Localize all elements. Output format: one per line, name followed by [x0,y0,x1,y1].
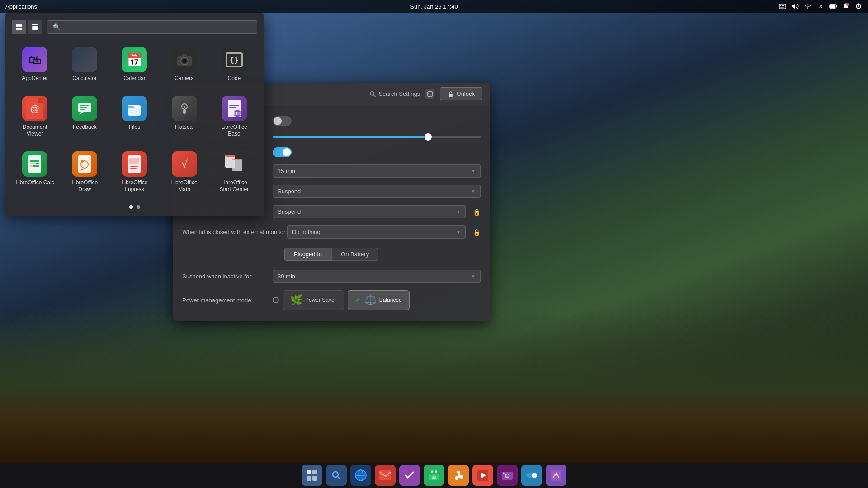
sleep-dropdown[interactable]: Suspend ▼ [273,185,481,198]
balanced-btn[interactable]: ✓ ⚖️ Balanced [348,290,410,310]
svg-rect-82 [457,471,460,473]
docviewer-label: Document Viewer [15,124,54,137]
svg-rect-77 [435,470,437,473]
flatseal-icon [172,96,197,121]
search-input[interactable] [47,20,257,34]
app-item-lobase[interactable]: DB LibreOffice Base [211,90,257,142]
bluetooth-icon[interactable] [816,2,825,10]
svg-rect-21 [182,54,187,57]
taskbar-browser[interactable] [350,465,371,486]
app-item-code[interactable]: {} Code [211,42,257,87]
svg-rect-3 [783,5,784,6]
svg-marker-23 [79,112,84,115]
taskbar-calendar[interactable]: 31 [424,465,444,486]
svg-rect-39 [33,160,36,162]
camera-icon [172,47,197,72]
screen-timeout-dropdown[interactable]: 15 min ▼ [273,164,481,178]
topbar-right [778,2,863,10]
svg-point-5 [807,7,808,8]
list-view-btn[interactable] [28,20,42,34]
svg-rect-73 [379,470,391,480]
grid-view-btn[interactable] [12,20,26,34]
brightness-control [273,116,481,126]
svg-rect-54 [130,168,137,169]
power-icon[interactable] [854,2,863,10]
svg-rect-45 [33,165,36,167]
on-battery-tab[interactable]: On Battery [331,248,378,261]
brightness-slider[interactable] [273,136,481,138]
app-item-calculator[interactable]: Calculator [61,42,108,87]
brightness-toggle[interactable] [273,116,292,126]
app-item-feedback[interactable]: Feedback [61,90,108,142]
lid-closed-dropdown[interactable]: Suspend ▼ [273,205,466,218]
code-label: Code [228,75,241,81]
power-saver-btn[interactable]: 🌿 Power Saver [283,290,344,310]
svg-rect-61 [428,92,432,96]
power-mode-radio[interactable] [273,297,279,303]
app-item-camera[interactable]: Camera [161,42,208,87]
calendar-label: Calendar [123,75,146,81]
page-dot-2[interactable] [137,205,140,209]
maximize-btn[interactable] [425,89,434,99]
battery-icon[interactable] [829,2,837,10]
pagination [12,205,257,209]
camera-label: Camera [175,75,194,81]
taskbar-media[interactable] [472,465,493,486]
svg-rect-57 [232,159,242,171]
blank-screen-control [273,147,481,157]
app-item-appcenter[interactable]: 🛍 AppCenter [12,42,58,87]
app-item-lomath[interactable]: √ LibreOffice Math [161,146,208,198]
taskbar-music[interactable] [448,465,469,486]
svg-rect-25 [80,107,87,108]
taskbar-search[interactable] [326,465,347,486]
app-item-docviewer[interactable]: @ Document Viewer [12,90,58,142]
taskbar-tasks[interactable] [399,465,420,486]
wifi-icon[interactable] [804,2,812,10]
lostart-label: LibreOffice Start Center [215,179,254,192]
lock-icon-1: 🔒 [473,208,481,216]
screen-timeout-value: 15 min [278,168,295,174]
code-icon: {} [222,47,247,72]
app-item-loimpress[interactable]: LibreOffice Impress [111,146,157,198]
taskbar-email[interactable] [375,465,396,486]
applications-menu[interactable]: Applications [5,3,37,10]
taskbar-photos[interactable] [497,465,518,486]
sleep-control-row: Suspend ▼ [273,185,481,198]
lid-external-dropdown[interactable]: Do nothing ▼ [287,225,466,239]
suspend-inactive-dropdown[interactable]: 30 min ▼ [273,270,481,283]
svg-rect-4 [780,7,784,8]
app-item-flatseal[interactable]: Flatseal [161,90,208,142]
taskbar-appstore[interactable] [546,465,566,486]
svg-line-60 [373,95,375,97]
power-saver-label: Power Saver [305,297,336,303]
suspend-inactive-control: 30 min ▼ [273,270,481,283]
balanced-label: Balanced [379,297,402,303]
taskbar-multitasking[interactable] [302,465,322,486]
search-settings-btn[interactable]: Search Settings [369,90,420,97]
plugged-in-tab[interactable]: Plugged In [284,248,331,261]
lid-external-control: Do nothing ▼ 🔒 [287,225,481,239]
unlock-button[interactable]: Unlock [440,87,482,100]
volume-icon[interactable] [791,2,799,10]
svg-rect-52 [129,158,139,164]
keyboard-indicator[interactable] [778,2,787,10]
taskbar-toggle[interactable] [521,465,542,486]
dim-screen-control [273,136,481,138]
feedback-label: Feedback [73,124,97,130]
app-item-lostart[interactable]: LibreOffice Start Center [211,146,257,198]
notifications-icon[interactable] [842,2,850,10]
app-item-files[interactable]: Files [111,90,157,142]
app-item-calendar[interactable]: 📅 Calendar [111,42,157,87]
app-item-lodraw[interactable]: LibreOffice Draw [61,146,108,198]
taskbar: 31 [0,463,868,488]
svg-rect-46 [36,165,39,167]
suspend-inactive-row: Suspend when inactive for: 30 min ▼ [182,266,481,286]
lid-closed-value: Suspend [278,208,301,215]
dropdown-arrow-1: ▼ [471,169,476,174]
blank-screen-toggle[interactable] [273,147,292,157]
app-item-localc[interactable]: LibreOffice Calc [12,146,58,198]
page-dot-1[interactable] [129,205,133,209]
power-tabs: Plugged In On Battery [182,248,481,261]
docviewer-icon: @ [22,96,47,121]
lodraw-icon [72,151,97,177]
